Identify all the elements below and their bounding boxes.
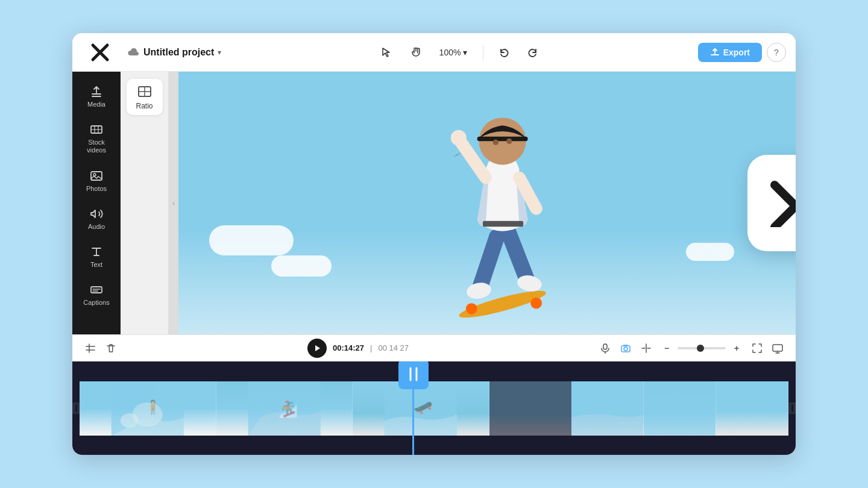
microphone-button[interactable] [597,340,614,357]
zoom-chevron-icon: ▾ [463,48,467,57]
svg-rect-33 [603,344,607,349]
timeline-strip[interactable]: ⁞ 🧍 🏂 [72,361,796,455]
media-icon [90,85,103,98]
text-icon [90,245,103,258]
svg-text:🏂: 🏂 [278,399,298,419]
split-button[interactable] [638,340,655,357]
zoom-level-text: 100% [439,48,461,57]
trim-button[interactable] [82,340,99,357]
film-frame[interactable] [571,381,644,436]
split-icon [641,343,652,354]
sidebar-item-text-label: Text [90,261,102,269]
svg-point-27 [506,139,512,144]
cloud-icon [128,46,140,58]
film-frame[interactable] [716,381,788,436]
zoom-dropdown-button[interactable]: 100% ▾ [433,44,474,61]
hand-tool-button[interactable] [404,42,426,63]
timeline-left-controls [82,340,119,357]
svg-rect-54 [644,381,715,435]
timeline-right-controls: − + [597,340,786,357]
skater-figure: ~≈~ [406,72,599,321]
help-icon: ? [774,48,779,57]
ratio-label: Ratio [136,102,153,110]
cursor-icon [381,47,392,58]
sidebar: Media Stockvideos Photos [72,72,121,334]
svg-line-17 [508,231,528,282]
svg-point-14 [466,303,477,314]
timeline-controls: 00:14:27 | 00 14 27 [72,335,796,361]
playhead-handle[interactable] [398,361,429,389]
sidebar-item-captions[interactable]: Captions [76,277,117,313]
sidebar-item-photos[interactable]: Photos [76,163,117,199]
film-frame[interactable]: 🧍 [80,381,216,436]
sidebar-item-audio-label: Audio [88,223,105,231]
ratio-button[interactable]: Ratio [127,79,163,115]
capcut-overlay-logo [747,155,796,251]
film-strip-right [571,381,788,436]
playback-area: 00:14:27 | 00 14 27 [124,339,592,358]
microphone-icon [600,343,611,354]
captions-icon [90,283,103,296]
film-frame-active[interactable] [489,381,571,436]
chevron-down-icon[interactable]: ▾ [218,48,221,57]
timeline-left-edge: ⁞ [72,402,80,414]
zoom-in-button[interactable]: + [728,340,745,357]
playhead[interactable] [412,361,414,455]
zoom-out-button[interactable]: − [658,340,675,357]
fullscreen-button[interactable] [749,340,766,357]
project-title: Untitled project [143,47,214,58]
frame-thumbnail [571,381,643,436]
redo-button[interactable] [522,42,544,63]
top-bar-center: 100% ▾ [226,42,693,63]
ratio-icon [137,84,153,99]
export-button[interactable]: Export [698,43,762,62]
logo-area [82,42,118,63]
help-button[interactable]: ? [767,43,786,62]
zoom-slider-area: − + [658,340,745,357]
svg-point-15 [530,298,542,309]
undo-icon [498,47,509,58]
svg-text:🧍: 🧍 [145,399,162,415]
delete-button[interactable] [102,340,119,357]
camera-icon [620,343,631,354]
collapse-panel-handle[interactable]: ‹ [169,72,178,334]
sidebar-item-stock-videos[interactable]: Stockvideos [76,117,117,160]
photos-icon [90,169,103,183]
video-preview: ~≈~ [178,72,796,334]
divider [483,45,483,60]
monitor-icon [772,343,783,354]
undo-button[interactable] [493,42,515,63]
film-frame[interactable] [644,381,716,436]
svg-rect-40 [773,345,782,351]
film-frame[interactable]: 🏂 [216,381,353,436]
top-bar: Untitled project ▾ 100% ▾ [72,33,796,72]
delete-icon [105,343,116,354]
svg-point-26 [493,140,498,145]
svg-marker-32 [315,345,320,351]
preview-area: ~≈~ [178,72,796,334]
svg-marker-0 [383,48,389,57]
ratio-svg-icon [137,84,153,99]
sidebar-item-text[interactable]: Text [76,239,117,275]
stock-videos-icon [90,123,103,136]
camera-button[interactable] [617,340,634,357]
total-time-display: 00 14 27 [378,343,409,352]
select-tool-button[interactable] [376,42,397,63]
monitor-button[interactable] [769,340,786,357]
play-button[interactable] [307,339,327,358]
export-icon [710,48,720,57]
app-window: Untitled project ▾ 100% ▾ [72,33,796,455]
sidebar-item-media[interactable]: Media [76,79,117,114]
sidebar-item-audio[interactable]: Audio [76,201,117,237]
svg-text:🛹: 🛹 [414,398,433,417]
svg-point-23 [451,130,467,146]
tools-panel: Ratio [121,72,169,334]
export-label: Export [723,48,750,57]
current-time-display: 00:14:27 [333,343,364,352]
film-strip: 🧍 🏂 🛹 [80,381,571,436]
play-icon [313,345,321,352]
svg-rect-7 [91,287,102,293]
film-frame[interactable]: 🛹 [353,381,489,436]
zoom-slider[interactable] [678,347,726,349]
svg-line-16 [480,237,497,287]
